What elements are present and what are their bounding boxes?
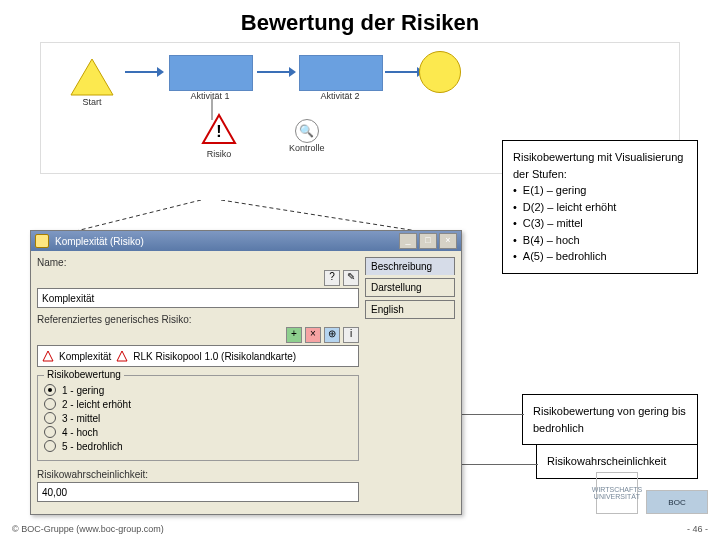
end-shape <box>419 51 461 93</box>
radio-option[interactable]: 2 - leicht erhöht <box>44 398 352 410</box>
risk-label: Risiko <box>201 149 237 159</box>
app-icon <box>35 234 49 248</box>
add-icon[interactable]: + <box>286 327 302 343</box>
footer: © BOC-Gruppe (www.boc-group.com) - 46 - <box>0 518 720 540</box>
tab-strip: Beschreibung Darstellung English <box>365 257 455 508</box>
level-item: A(5) – bedrohlich <box>513 248 687 265</box>
eval-legend: Risikobewertung <box>44 369 124 380</box>
svg-marker-5 <box>117 351 127 361</box>
control-shape: 🔍 Kontrolle <box>289 119 325 153</box>
info-icon[interactable]: i <box>343 327 359 343</box>
minimize-button[interactable]: _ <box>399 233 417 249</box>
tab-english[interactable]: English <box>365 300 455 319</box>
radio-icon <box>44 440 56 452</box>
control-label: Kontrolle <box>289 143 325 153</box>
maximize-button[interactable]: □ <box>419 233 437 249</box>
start-shape: Start <box>69 57 115 107</box>
svg-marker-0 <box>71 59 113 95</box>
name-input[interactable]: Komplexität <box>37 288 359 308</box>
radio-option[interactable]: 5 - bedrohlich <box>44 440 352 452</box>
dialog-title: Komplexität (Risiko) <box>55 236 144 247</box>
tab-darstellung[interactable]: Darstellung <box>365 278 455 297</box>
prob-input[interactable]: 40,00 <box>37 482 359 502</box>
page-title: Bewertung der Risiken <box>0 0 720 42</box>
magnifier-icon: 🔍 <box>295 119 319 143</box>
help-icon[interactable]: ? <box>324 270 340 286</box>
start-label: Start <box>69 97 115 107</box>
page-number: - 46 - <box>687 524 708 534</box>
dialog-window: Komplexität (Risiko) _ □ × Name: ? ✎ Kom… <box>30 230 462 515</box>
radio-icon <box>44 384 56 396</box>
close-button[interactable]: × <box>439 233 457 249</box>
ref-value: Komplexität <box>59 351 111 362</box>
activity-2-label: Aktivität 2 <box>299 91 381 101</box>
activity-1 <box>169 55 253 91</box>
ref-input[interactable]: Komplexität RLK Risikopool 1.0 (Risikola… <box>37 345 359 367</box>
connector-line <box>462 464 538 465</box>
level-item: C(3) – mittel <box>513 215 687 232</box>
radio-icon <box>44 398 56 410</box>
eval-fieldset: Risikobewertung 1 - gering 2 - leicht er… <box>37 375 359 461</box>
level-item: D(2) – leicht erhöht <box>513 199 687 216</box>
prob-label: Risikowahrscheinlichkeit: <box>37 469 359 480</box>
levels-intro: Risikobewertung mit Visualisierung der S… <box>513 149 687 182</box>
radio-option[interactable]: 4 - hoch <box>44 426 352 438</box>
radio-icon <box>44 426 56 438</box>
activity-2 <box>299 55 383 91</box>
warning-icon <box>42 350 54 362</box>
svg-line-2 <box>64 200 201 234</box>
copyright: © BOC-Gruppe (www.boc-group.com) <box>12 524 164 534</box>
radio-option[interactable]: 3 - mittel <box>44 412 352 424</box>
arrow-icon <box>257 71 291 73</box>
logo-area: WIRTSCHAFTS UNIVERSITÄT BOC <box>596 472 708 514</box>
remove-icon[interactable]: × <box>305 327 321 343</box>
svg-line-3 <box>221 200 436 234</box>
titlebar[interactable]: Komplexität (Risiko) _ □ × <box>31 231 461 251</box>
arrow-icon <box>385 71 419 73</box>
arrow-icon <box>125 71 159 73</box>
level-item: E(1) – gering <box>513 182 687 199</box>
ref-pool: RLK Risikopool 1.0 (Risikolandkarte) <box>133 351 296 362</box>
link-icon[interactable]: ⊕ <box>324 327 340 343</box>
levels-box: Risikobewertung mit Visualisierung der S… <box>502 140 698 274</box>
connector-line <box>462 414 524 415</box>
name-label: Name: <box>37 257 359 268</box>
radio-option[interactable]: 1 - gering <box>44 384 352 396</box>
warning-icon <box>116 350 128 362</box>
wu-logo: WIRTSCHAFTS UNIVERSITÄT <box>596 472 638 514</box>
risk-shape: ! Risiko <box>201 113 237 159</box>
risk-mark-icon: ! <box>216 123 221 140</box>
tab-beschreibung[interactable]: Beschreibung <box>365 257 455 275</box>
svg-marker-4 <box>43 351 53 361</box>
ref-label: Referenziertes generisches Risiko: <box>37 314 359 325</box>
level-item: B(4) – hoch <box>513 232 687 249</box>
radio-icon <box>44 412 56 424</box>
range-box: Risikobewertung von gering bis bedrohlic… <box>522 394 698 445</box>
activity-1-label: Aktivität 1 <box>169 91 251 101</box>
boc-logo: BOC <box>646 490 708 514</box>
edit-icon[interactable]: ✎ <box>343 270 359 286</box>
